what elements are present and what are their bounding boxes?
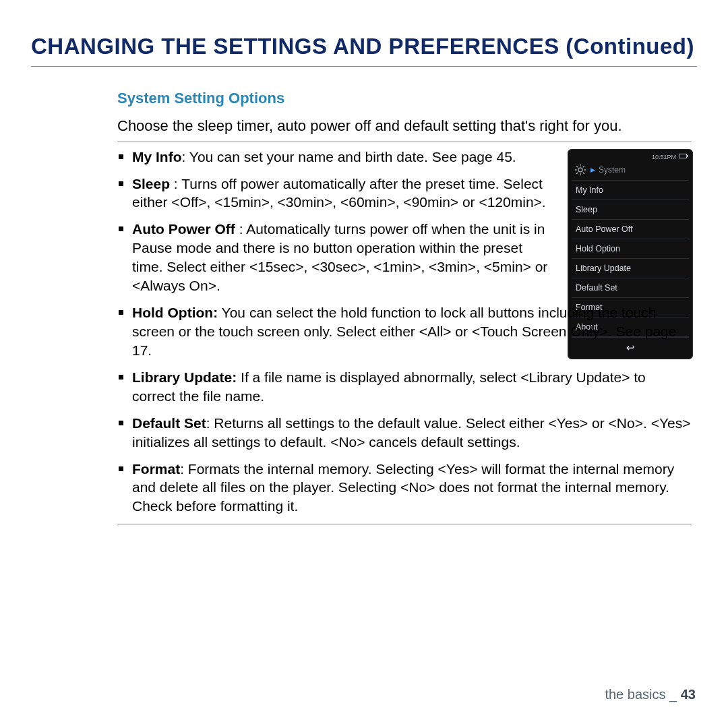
- bullet-label: Default Set: [132, 415, 206, 431]
- bullet-text: Turns off power automatically after the …: [132, 176, 546, 210]
- bullet-text: You can set your name and birth date. Se…: [189, 149, 516, 164]
- device-title-label: System: [599, 165, 626, 175]
- bullet-text: Formats the internal memory. Selecting <…: [132, 461, 674, 514]
- bullet-sep: :: [170, 176, 181, 191]
- bullet-label: Format: [132, 461, 180, 477]
- svg-line-6: [583, 172, 584, 173]
- section-intro: Choose the sleep timer, auto power off a…: [117, 117, 692, 142]
- svg-point-0: [578, 168, 582, 172]
- section-heading: System Setting Options: [117, 90, 692, 107]
- bullet-list: My Info: You can set your name and birth…: [117, 148, 692, 516]
- bullet-label: Auto Power Off: [132, 221, 235, 237]
- play-triangle-icon: ▶: [590, 166, 595, 173]
- bullet-item: Format: Formats the internal memory. Sel…: [117, 460, 692, 516]
- bullet-item: Auto Power Off : Automatically turns pow…: [117, 220, 692, 295]
- bullet-item: Default Set: Returns all settings to the…: [117, 414, 692, 452]
- svg-line-7: [576, 172, 578, 173]
- bullet-text: Returns all settings to the default valu…: [132, 415, 690, 450]
- bullet-sep: :: [206, 415, 214, 431]
- content-column: System Setting Options Choose the sleep …: [31, 90, 697, 524]
- bullet-label: Sleep: [132, 176, 170, 191]
- bullet-sep: :: [182, 149, 189, 164]
- body-area: 10:51PM ▶ System My Info Sleep Auto Powe…: [117, 148, 692, 525]
- bullet-item: My Info: You can set your name and birth…: [117, 148, 692, 166]
- bullet-sep: :: [180, 461, 188, 477]
- bullet-item: Hold Option: You can select the hold fun…: [117, 303, 692, 360]
- page-title: CHANGING THE SETTINGS AND PREFERENCES (C…: [31, 34, 697, 67]
- page-footer: the basics _ 43: [605, 687, 696, 702]
- bullet-sep: :: [235, 221, 246, 237]
- footer-page-number: 43: [681, 687, 696, 702]
- closing-rule: [117, 524, 692, 524]
- footer-sep: _: [666, 687, 681, 702]
- footer-section: the basics: [605, 687, 665, 702]
- bullet-label: Library Update:: [132, 369, 237, 385]
- bullet-item: Library Update: If a file name is displa…: [117, 368, 692, 406]
- bullet-label: Hold Option:: [132, 305, 218, 320]
- bullet-label: My Info: [132, 149, 182, 164]
- bullet-item: Sleep : Turns off power automatically af…: [117, 175, 692, 212]
